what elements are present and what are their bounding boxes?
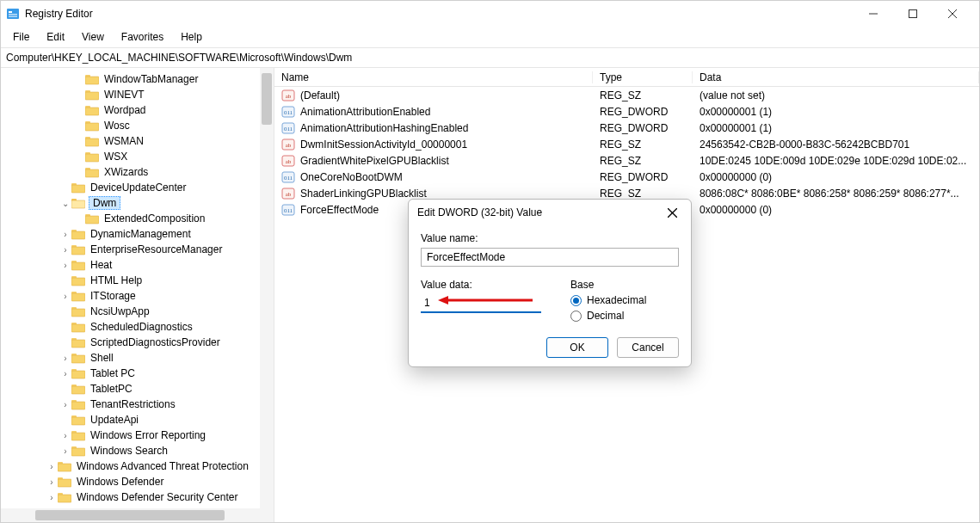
menu-file[interactable]: File	[6, 29, 36, 45]
svg-rect-21	[85, 169, 99, 177]
tree-item-label: TabletPC	[89, 383, 134, 395]
chevron-right-icon[interactable]: ›	[46, 491, 58, 503]
tree-item[interactable]: ›Windows Error Reporting	[4, 428, 274, 443]
tree-item[interactable]: ·WINEVT	[4, 87, 274, 102]
ok-button[interactable]: OK	[546, 337, 608, 358]
svg-rect-27	[85, 216, 99, 224]
tree-item[interactable]: ·HTML Help	[4, 273, 274, 288]
chevron-right-icon[interactable]: ›	[46, 460, 58, 472]
folder-icon	[71, 182, 85, 194]
folder-icon	[71, 352, 85, 364]
list-row[interactable]: ab(Default)REG_SZ(value not set)	[274, 87, 979, 103]
tree-item[interactable]: ›EnterpriseResourceManager	[4, 242, 274, 257]
tree-item[interactable]: ›Windows Search	[4, 443, 274, 458]
menu-favorites[interactable]: Favorites	[114, 29, 170, 45]
close-button[interactable]	[933, 1, 972, 27]
svg-rect-41	[71, 324, 85, 332]
tree-item[interactable]: ·ScriptedDiagnosticsProvider	[4, 335, 274, 350]
tree-item[interactable]: ·NcsiUwpApp	[4, 304, 274, 319]
chevron-right-icon[interactable]: ›	[59, 352, 71, 364]
tree-item[interactable]: ⌄Dwm	[4, 195, 274, 211]
value-data-input[interactable]	[421, 294, 541, 313]
list-row[interactable]: abDwmInitSessionActivityId_00000001REG_S…	[274, 136, 979, 152]
tree-item[interactable]: ·DeviceUpdateCenter	[4, 180, 274, 195]
svg-rect-15	[85, 123, 99, 131]
chevron-down-icon[interactable]: ⌄	[59, 197, 71, 209]
dialog-close-button[interactable]	[662, 202, 682, 223]
col-header-name[interactable]: Name	[274, 71, 593, 83]
chevron-right-icon[interactable]: ›	[59, 259, 71, 271]
list-header: Name Type Data	[274, 68, 979, 87]
svg-rect-19	[85, 154, 99, 162]
chevron-right-icon[interactable]: ›	[59, 367, 71, 379]
tree-item-label: Windows Advanced Threat Protection	[75, 460, 250, 472]
col-header-type[interactable]: Type	[593, 71, 693, 83]
value-data: 8086:08C* 8086:0BE* 8086:258* 8086:259* …	[693, 188, 979, 200]
tree-item[interactable]: ›Windows Defender Security Center	[4, 489, 274, 505]
value-name: OneCoreNoBootDWM	[300, 171, 403, 183]
tree-item[interactable]: ·Wosc	[4, 118, 274, 133]
list-row[interactable]: 011OneCoreNoBootDWMREG_DWORD0x00000000 (…	[274, 169, 979, 185]
tree-item-label: WSX	[102, 151, 129, 163]
value-type: REG_DWORD	[593, 122, 693, 134]
value-data: 0x00000000 (0)	[693, 204, 979, 216]
folder-icon	[71, 336, 85, 348]
folder-icon	[71, 197, 85, 209]
tree-item[interactable]: ›Windows Defender	[4, 474, 274, 489]
svg-text:011: 011	[284, 175, 293, 182]
chevron-right-icon[interactable]: ›	[59, 290, 71, 302]
radio-hexadecimal[interactable]: Hexadecimal	[570, 294, 646, 306]
tree-item[interactable]: ·WSX	[4, 149, 274, 164]
tree-item[interactable]: ·ExtendedComposition	[4, 211, 274, 226]
svg-rect-35	[71, 278, 85, 286]
chevron-right-icon[interactable]: ›	[59, 398, 71, 410]
chevron-right-icon[interactable]: ›	[46, 476, 58, 488]
list-row[interactable]: abGradientWhitePixelGPUBlacklistREG_SZ10…	[274, 152, 979, 169]
tree-item[interactable]: ›Heat	[4, 257, 274, 273]
tree-item[interactable]: ›Tablet PC	[4, 366, 274, 381]
tree-item[interactable]: ·XWizards	[4, 164, 274, 180]
svg-rect-55	[71, 433, 85, 440]
tree-item[interactable]: ·Wordpad	[4, 102, 274, 118]
svg-rect-63	[58, 495, 71, 502]
tree-item[interactable]: ›TenantRestrictions	[4, 397, 274, 412]
dialog-title-text: Edit DWORD (32-bit) Value	[417, 206, 542, 218]
menu-help[interactable]: Help	[174, 29, 209, 45]
value-type: REG_SZ	[593, 89, 693, 102]
tree-item[interactable]: ·ScheduledDiagnostics	[4, 319, 274, 335]
chevron-right-icon[interactable]: ›	[59, 243, 71, 255]
minimize-button[interactable]	[854, 1, 893, 27]
address-bar[interactable]: Computer\HKEY_LOCAL_MACHINE\SOFTWARE\Mic…	[1, 47, 979, 68]
svg-rect-53	[71, 417, 85, 425]
col-header-data[interactable]: Data	[693, 71, 979, 83]
list-row[interactable]: 011AnimationAttributionEnabledREG_DWORD0…	[274, 103, 979, 120]
string-icon: ab	[281, 89, 295, 102]
maximize-button[interactable]	[893, 1, 933, 27]
folder-icon	[85, 104, 99, 116]
chevron-right-icon[interactable]: ›	[59, 445, 71, 457]
value-name-input[interactable]	[421, 248, 679, 267]
menu-edit[interactable]: Edit	[40, 29, 71, 45]
tree-item[interactable]: ·UpdateApi	[4, 412, 274, 428]
tree-item[interactable]: ›ITStorage	[4, 288, 274, 304]
tree-vscrollbar[interactable]	[260, 68, 274, 522]
tree-item[interactable]: ·WSMAN	[4, 133, 274, 149]
chevron-right-icon[interactable]: ›	[59, 228, 71, 240]
svg-rect-25	[71, 200, 85, 208]
folder-icon	[71, 383, 85, 395]
tree-hscrollbar[interactable]	[1, 508, 260, 522]
tree-item[interactable]: ›Windows Advanced Threat Protection	[4, 458, 274, 474]
tree-item[interactable]: ›DynamicManagement	[4, 226, 274, 242]
tree-item-label: NcsiUwpApp	[89, 305, 151, 317]
menu-view[interactable]: View	[75, 29, 111, 45]
list-row[interactable]: 011AnimationAttributionHashingEnabledREG…	[274, 120, 979, 136]
value-name: AnimationAttributionEnabled	[300, 106, 430, 118]
tree-item[interactable]: ·WindowTabManager	[4, 71, 274, 87]
tree-item[interactable]: ·TabletPC	[4, 381, 274, 397]
chevron-right-icon[interactable]: ›	[59, 429, 71, 441]
radio-decimal[interactable]: Decimal	[570, 310, 646, 322]
cancel-button[interactable]: Cancel	[617, 337, 679, 358]
tree-item[interactable]: ›Shell	[4, 350, 274, 366]
value-data: 0x00000000 (0)	[693, 171, 979, 183]
svg-rect-33	[71, 262, 85, 270]
